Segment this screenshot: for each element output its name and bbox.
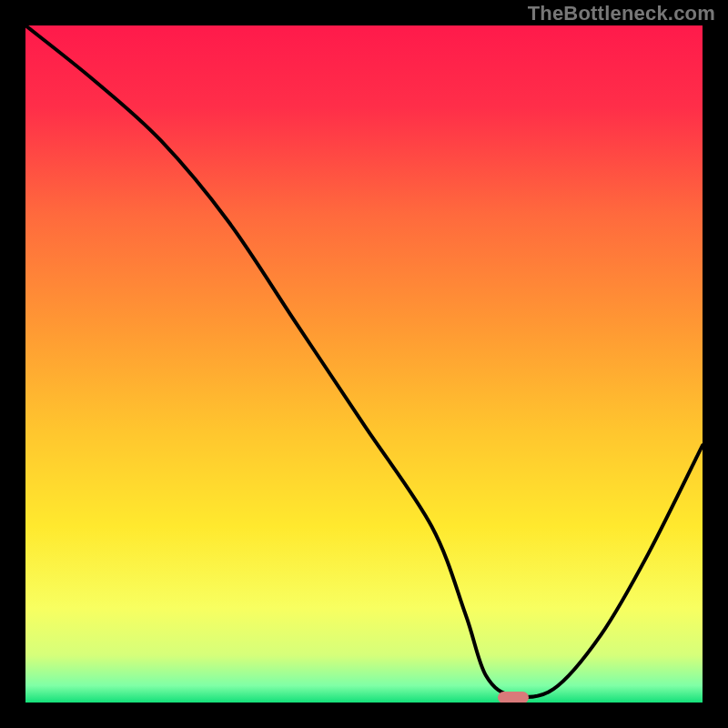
plot-area: [25, 25, 703, 703]
bottleneck-curve: [25, 25, 703, 703]
optimal-point-marker: [498, 692, 529, 703]
watermark-label: TheBottleneck.com: [528, 2, 715, 25]
chart-frame: TheBottleneck.com: [0, 0, 728, 728]
